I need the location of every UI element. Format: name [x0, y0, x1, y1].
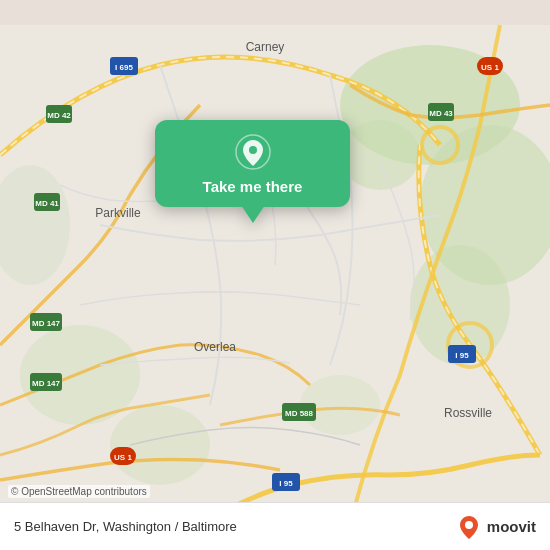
svg-point-7 — [110, 405, 210, 485]
svg-text:I 695: I 695 — [115, 63, 133, 72]
map-background: I 695 US 1 MD 43 MD 41 MD 147 MD 147 MD … — [0, 0, 550, 550]
svg-point-38 — [249, 146, 257, 154]
svg-text:I 95: I 95 — [455, 351, 469, 360]
svg-text:MD 147: MD 147 — [32, 379, 61, 388]
svg-text:MD 43: MD 43 — [429, 109, 453, 118]
svg-text:MD 588: MD 588 — [285, 409, 314, 418]
svg-text:MD 147: MD 147 — [32, 319, 61, 328]
map-container: I 695 US 1 MD 43 MD 41 MD 147 MD 147 MD … — [0, 0, 550, 550]
svg-point-4 — [340, 120, 420, 190]
svg-text:Parkville: Parkville — [95, 206, 141, 220]
svg-text:US 1: US 1 — [114, 453, 132, 462]
popup-label: Take me there — [203, 178, 303, 195]
moovit-pin-icon — [455, 513, 483, 541]
svg-text:Carney: Carney — [246, 40, 285, 54]
address-text: 5 Belhaven Dr, Washington / Baltimore — [14, 519, 237, 534]
svg-text:MD 41: MD 41 — [35, 199, 59, 208]
bottom-bar: 5 Belhaven Dr, Washington / Baltimore mo… — [0, 502, 550, 550]
moovit-logo: moovit — [455, 513, 536, 541]
location-pin-icon — [235, 134, 271, 170]
svg-text:I 95: I 95 — [279, 479, 293, 488]
svg-text:Rossville: Rossville — [444, 406, 492, 420]
popup-balloon[interactable]: Take me there — [155, 120, 350, 207]
moovit-text: moovit — [487, 518, 536, 535]
copyright-text: © OpenStreetMap contributors — [8, 485, 150, 498]
svg-text:Overlea: Overlea — [194, 340, 236, 354]
svg-text:US 1: US 1 — [481, 63, 499, 72]
svg-text:MD 42: MD 42 — [47, 111, 71, 120]
svg-point-39 — [465, 521, 473, 529]
